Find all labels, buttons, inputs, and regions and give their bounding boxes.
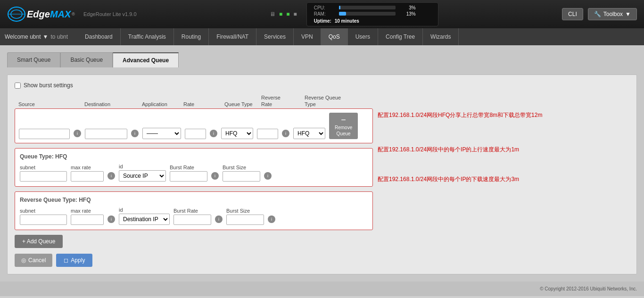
upload-burstsize-info[interactable]: i [264,172,272,180]
destination-header: Destination [84,101,127,108]
ethernet-icon2: ■ [286,11,289,17]
add-queue-button[interactable]: + Add Queue [15,235,63,248]
queue-type-select[interactable]: HFQ FIFO FQ-Codel [221,128,253,139]
to-text: to ubnt [50,33,68,40]
tab-firewall-nat[interactable]: Firewall/NAT [209,28,256,45]
upload-burstrate-input[interactable] [170,171,207,182]
welcome-button[interactable]: Welcome ubnt ▼ [5,33,48,40]
annotation-1: 配置192.168.1.0/24网段HFQ分享上行总带宽8m和下载总带宽12m [378,111,629,119]
download-id-group: id Destination IP Source IP [119,207,170,225]
rate-header: Rate [183,101,209,108]
ram-label: RAM: [314,11,335,17]
upload-subnet-input[interactable]: 192.168.1.0 [20,171,67,182]
source-info-btn[interactable]: i [74,130,81,137]
tab-services[interactable]: Services [256,28,294,45]
download-maxrate-info[interactable]: i [107,215,115,223]
rate-label: Rate [183,101,194,107]
source-header: Source [18,101,69,108]
queue-headers: Source Destination Application Rate [15,94,373,108]
reverse-queue-type-select[interactable]: HFQ FIFO [293,128,325,139]
remove-queue-button[interactable]: − Remove Queue [329,113,358,139]
subtab-smart-queue[interactable]: Smart Queue [7,52,60,67]
header: EdgeMAX ® EdgeRouter Lite v1.9.0 🖥 ■ ■ ■… [0,0,644,28]
download-subnet-input[interactable]: 192.168.1.0 [20,215,67,225]
header-icons: 🖥 ■ ■ ■ [270,11,297,17]
page-content: Smart Queue Basic Queue Advanced Queue S… [0,45,644,281]
upload-id-select[interactable]: Source IP Destination IP [119,170,166,182]
cli-button[interactable]: CLI [562,8,583,20]
destination-input[interactable] [85,129,127,139]
hfq-download-section: Reverse Queue Type: HFQ subnet 192.168.1… [15,191,373,230]
subtab-advanced-queue[interactable]: Advanced Queue [113,52,179,67]
download-burstsize-input[interactable] [226,215,264,225]
upload-maxrate-input[interactable]: 1m [71,171,104,182]
navbar: Welcome ubnt ▼ to ubnt Dashboard Traffic… [0,28,644,45]
subtitle: EdgeRouter Lite v1.9.0 [83,11,137,17]
download-maxrate-input[interactable]: 3m [71,215,104,225]
cancel-label: Cancel [28,257,46,264]
hfq-upload-title: Queue Type: HFQ [20,153,368,160]
tab-wizards[interactable]: Wizards [423,28,459,45]
burstsize-label-dn: Burst Size [226,208,264,214]
download-burstrate-info[interactable]: i [215,215,223,223]
application-select[interactable]: —— [142,128,181,139]
id-label-dn: id [119,207,170,213]
download-burstsize-info[interactable]: i [268,215,275,223]
main-content: Source Destination Application Rate [15,94,629,267]
cpu-bar-fill [339,6,341,9]
action-buttons: ◎ Cancel ◻ Apply [15,254,373,267]
reverse-rate-input[interactable]: 12m [257,129,278,139]
minus-icon: − [341,116,346,124]
apply-button[interactable]: ◻ Apply [56,254,92,267]
tab-vpn[interactable]: VPN [294,28,321,45]
annotation-area: 配置192.168.1.0/24网段HFQ分享上行总带宽8m和下载总带宽12m … [378,94,629,267]
id-label-up: id [119,164,166,169]
upload-burstrate-info[interactable]: i [211,172,219,180]
toolbox-button[interactable]: 🔧 Toolbox ▼ [588,8,637,20]
dropdown-arrow: ▼ [42,33,48,40]
source-input[interactable]: 192.168.1.0/24 [19,129,70,139]
source-label: Source [18,101,35,107]
tab-traffic-analysis[interactable]: Traffic Analysis [121,28,174,45]
wrench-icon: 🔧 [594,11,601,17]
subtab-basic-queue[interactable]: Basic Queue [60,52,113,67]
system-monitor: CPU: 3% RAM: 13% Uptime: 10 minutes [306,2,438,26]
apply-label: Apply [71,257,85,264]
remove-label: Remove [335,125,352,130]
tab-qos[interactable]: QoS [321,28,348,45]
ram-bar-fill [339,12,347,16]
show-burst-checkbox[interactable] [15,83,21,89]
subnet-label-dn: subnet [20,208,67,214]
download-subnet-group: subnet 192.168.1.0 [20,208,67,225]
hfq-download-row: subnet 192.168.1.0 max rate 3m i id Dest… [20,207,368,225]
upload-burstsize-input[interactable] [223,171,260,182]
rate-info-btn[interactable]: i [210,130,217,137]
destination-info-btn[interactable]: i [131,130,139,137]
reverse-rate-label: Reverse Rate [261,95,281,107]
upload-burstrate-group: Burst Rate [170,165,207,182]
form-area: Source Destination Application Rate [15,94,373,267]
rate-input[interactable]: 8m [185,129,206,139]
tab-users[interactable]: Users [348,28,378,45]
cancel-button[interactable]: ◎ Cancel [15,254,52,267]
download-burstrate-input[interactable] [173,215,211,225]
sub-tabs: Smart Queue Basic Queue Advanced Queue [7,52,637,67]
logo-reg: ® [72,12,75,17]
nav-tabs: Dashboard Traffic Analysis Routing Firew… [77,28,639,45]
tab-dashboard[interactable]: Dashboard [77,28,121,45]
download-id-select[interactable]: Destination IP Source IP [119,214,170,225]
uptime-value: 10 minutes [335,18,359,24]
tab-routing[interactable]: Routing [174,28,209,45]
maxrate-label-up: max rate [71,165,104,170]
header-center: 🖥 ■ ■ ■ CPU: 3% RAM: 13% Uptime: [137,2,562,26]
annotation-2: 配置192.168.1.0/24网段中的每个IP的上行速度最大为1m [378,145,629,154]
application-header: Application [142,101,180,108]
cancel-icon: ◎ [21,257,26,264]
upload-maxrate-info[interactable]: i [107,172,115,180]
uptime-label: Uptime: [314,18,331,24]
reverse-rate-info-btn[interactable]: i [282,130,289,137]
cpu-bar-bg [339,6,396,9]
reverse-queue-type-label: Reverse Queue Type [305,95,341,107]
cpu-label: CPU: [314,5,335,10]
tab-config-tree[interactable]: Config Tree [378,28,423,45]
